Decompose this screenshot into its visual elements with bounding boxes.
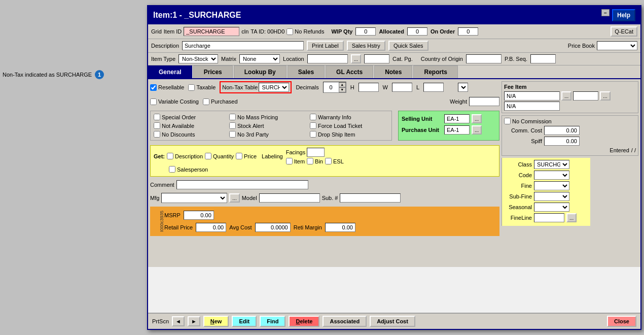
no-discounts-checkbox[interactable]: No Discounts	[154, 131, 227, 138]
seasonal-select[interactable]	[534, 203, 569, 212]
sub-field[interactable]	[340, 193, 401, 203]
adjust-cost-button[interactable]: Adjust Cost	[370, 316, 415, 327]
tab-lookup-by[interactable]: Lookup By	[234, 65, 287, 78]
desc-field[interactable]	[182, 41, 304, 50]
non-tax-table-box: Non-Tax Table SURCH	[220, 81, 292, 93]
avg-cost-field[interactable]	[255, 223, 291, 232]
country-field[interactable]	[466, 54, 502, 63]
get-desc-checkbox[interactable]: Description	[167, 153, 203, 159]
class-select[interactable]: SURCHG	[534, 160, 569, 169]
fee-browse-2[interactable]: ...	[600, 91, 610, 100]
fee-field-3[interactable]	[504, 102, 560, 111]
selling-unit-browse[interactable]: ...	[472, 114, 482, 123]
label-esl-checkbox[interactable]: ESL	[325, 158, 344, 164]
h-field[interactable]	[359, 83, 379, 92]
prev-button[interactable]: ◄	[172, 316, 185, 326]
next-button[interactable]: ►	[188, 316, 200, 326]
force-load-ticket-checkbox[interactable]: Force Load Ticket	[310, 122, 388, 129]
labeling-label: Labeling	[262, 153, 283, 159]
code-select[interactable]	[534, 171, 569, 180]
price-book-select[interactable]	[597, 41, 637, 50]
find-button[interactable]: Find	[260, 316, 285, 327]
ret-margin-field[interactable]	[325, 223, 355, 232]
tab-reports[interactable]: Reports	[413, 65, 457, 78]
color-select[interactable]	[458, 83, 468, 92]
quick-sales-button[interactable]: Quick Sales	[388, 41, 428, 51]
new-button[interactable]: New	[203, 316, 229, 327]
spiff-field[interactable]	[544, 137, 580, 146]
fineline-field[interactable]	[534, 213, 564, 222]
not-available-checkbox[interactable]: Not Available	[154, 122, 227, 129]
qecat-button[interactable]: Q-ECat	[611, 26, 637, 37]
taxable-checkbox[interactable]: Taxable	[188, 84, 216, 91]
stock-alert-checkbox[interactable]: Stock Alert	[229, 122, 308, 129]
sales-hstry-button[interactable]: Sales Hstry	[347, 41, 385, 51]
minimize-btn[interactable]: −	[601, 9, 610, 16]
wip-section: WIP Qty 0 Allocated 0 On Order 0	[331, 27, 478, 36]
no-mass-pricing-checkbox[interactable]: No Mass Pricing	[229, 114, 308, 120]
fineline-browse[interactable]: ...	[566, 213, 577, 222]
retail-price-field[interactable]	[196, 223, 226, 232]
get-price-checkbox[interactable]: Price	[236, 153, 257, 159]
selling-unit-field[interactable]	[444, 114, 470, 123]
comm-cost-field[interactable]	[544, 126, 580, 135]
facings-field[interactable]	[307, 148, 325, 157]
matrix-select[interactable]: None	[239, 54, 280, 63]
on-order-value: 0	[458, 27, 478, 36]
tab-prices[interactable]: Prices	[193, 65, 233, 78]
no-3rd-party-checkbox[interactable]: No 3rd Party	[229, 131, 308, 138]
item-type-select[interactable]: Non-Stock	[178, 54, 218, 63]
special-order-checkbox[interactable]: Special Order	[154, 114, 227, 120]
print-label-button[interactable]: Print Label	[307, 41, 344, 51]
non-tax-select[interactable]: SURCH	[259, 83, 289, 92]
no-refunds-checkbox[interactable]: No Refunds	[287, 28, 324, 35]
variable-costing-checkbox[interactable]: Variable Costing	[150, 98, 199, 105]
msrp-field[interactable]	[184, 211, 214, 220]
salesperson-checkbox[interactable]: Salesperson	[169, 166, 208, 173]
delete-button[interactable]: Delete	[289, 316, 319, 327]
fine-select[interactable]	[534, 181, 569, 190]
warranty-info-checkbox[interactable]: Warranty Info	[310, 114, 388, 120]
fee-browse-1[interactable]: ...	[561, 91, 571, 100]
no-commission-checkbox[interactable]: No Commission	[504, 118, 552, 124]
fee-field-2[interactable]	[573, 91, 598, 100]
drop-ship-item-checkbox[interactable]: Drop Ship Item	[310, 131, 388, 138]
tab-notes[interactable]: Notes	[374, 65, 412, 78]
class-row: Class SURCHG	[504, 160, 588, 169]
get-labeling-row: Get: Description Quantity Price	[150, 145, 499, 177]
get-qty-checkbox[interactable]: Quantity	[205, 153, 234, 159]
weight-field[interactable]	[469, 97, 499, 106]
associated-button[interactable]: Associated	[323, 316, 367, 327]
purchase-unit-field[interactable]	[444, 125, 470, 135]
help-button[interactable]: Help	[612, 9, 635, 21]
decimals-up[interactable]: ▲	[339, 82, 346, 87]
w-field[interactable]	[392, 83, 412, 92]
pb-seq-field[interactable]	[530, 54, 556, 63]
decimals-spinner[interactable]: ▲ ▼	[323, 82, 346, 93]
location-browse-button[interactable]: ...	[351, 54, 361, 63]
purchase-unit-browse[interactable]: ...	[472, 125, 482, 135]
fee-field-1[interactable]	[504, 91, 560, 100]
sub-fine-row: Sub-Fine	[504, 192, 588, 201]
get-section: Get: Description Quantity Price	[150, 145, 499, 177]
label-bin-checkbox[interactable]: Bin	[307, 158, 323, 164]
label-item-checkbox[interactable]: Item	[286, 158, 305, 164]
mfg-browse-button[interactable]: ...	[229, 193, 239, 203]
close-button[interactable]: Close	[607, 316, 636, 327]
model-field[interactable]	[259, 193, 320, 203]
edit-button[interactable]: Edit	[232, 316, 257, 327]
sub-fine-select[interactable]	[534, 192, 569, 201]
decimals-down[interactable]: ▼	[339, 87, 346, 92]
tab-general[interactable]: General	[148, 65, 192, 78]
tab-gl-accts[interactable]: GL Accts	[326, 65, 373, 78]
resellable-checkbox[interactable]: Resellable	[150, 84, 184, 91]
tab-sales[interactable]: Sales	[288, 65, 325, 78]
l-field[interactable]	[423, 83, 444, 92]
purchased-checkbox[interactable]: Purchased	[203, 98, 238, 105]
cat-pg-field[interactable]	[364, 54, 389, 63]
comment-field[interactable]	[176, 180, 308, 189]
location-field[interactable]	[307, 54, 348, 63]
item-id-field[interactable]	[184, 27, 239, 36]
mfg-select[interactable]	[161, 193, 227, 203]
checkboxes-units-row: Special Order No Mass Pricing Warranty I…	[150, 111, 499, 141]
